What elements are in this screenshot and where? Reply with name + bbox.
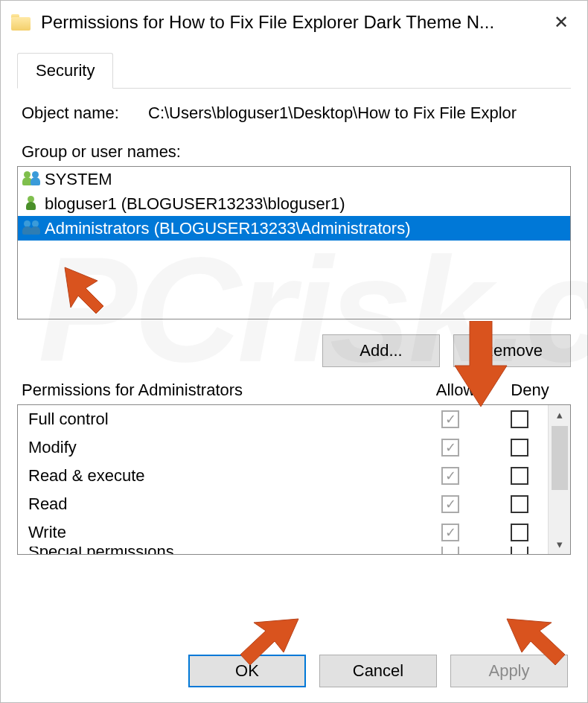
deny-column-label: Deny — [496, 381, 563, 400]
allow-column-label: Allow — [415, 381, 496, 400]
user-icon — [22, 195, 40, 213]
tab-security[interactable]: Security — [17, 53, 113, 89]
dialog-button-row: OK Cancel Apply — [188, 655, 568, 687]
allow-checkbox[interactable]: ✓ — [441, 495, 459, 513]
deny-checkbox[interactable] — [511, 410, 528, 428]
folder-icon — [11, 14, 31, 31]
group-item-administrators[interactable]: Administrators (BLOGUSER13233\Administra… — [18, 216, 570, 241]
deny-checkbox[interactable] — [511, 524, 528, 541]
scroll-down-icon[interactable]: ▾ — [549, 535, 570, 554]
group-item-label: Administrators (BLOGUSER13233\Administra… — [45, 219, 411, 238]
dialog-content: Security Object name: C:\Users\bloguser1… — [1, 44, 587, 568]
group-item-label: bloguser1 (BLOGUSER13233\bloguser1) — [45, 194, 345, 214]
perm-row-special: Special permissions — [28, 547, 548, 554]
apply-button[interactable]: Apply — [450, 655, 568, 687]
perm-label: Full control — [28, 410, 409, 429]
users-group-icon — [22, 171, 40, 188]
permissions-header-label: Permissions for Administrators — [22, 381, 415, 400]
group-item-bloguser1[interactable]: bloguser1 (BLOGUSER13233\bloguser1) — [18, 191, 570, 216]
group-item-label: SYSTEM — [45, 170, 112, 189]
permissions-header: Permissions for Administrators Allow Den… — [17, 381, 571, 404]
deny-checkbox[interactable] — [511, 467, 528, 485]
permissions-list: Full control ✓ Modify ✓ Read & execute ✓… — [17, 404, 571, 555]
allow-checkbox[interactable]: ✓ — [441, 467, 459, 485]
allow-checkbox[interactable] — [441, 547, 459, 554]
perm-label: Special permissions — [28, 547, 409, 554]
perm-label: Modify — [28, 438, 409, 457]
scroll-up-icon[interactable]: ▴ — [549, 405, 570, 424]
perm-row-full-control: Full control ✓ — [28, 405, 548, 433]
ok-button[interactable]: OK — [188, 655, 306, 687]
allow-checkbox[interactable]: ✓ — [441, 524, 459, 541]
remove-button[interactable]: Remove — [453, 334, 571, 367]
perm-label: Read — [28, 494, 409, 514]
cancel-button[interactable]: Cancel — [319, 655, 437, 687]
group-button-row: Add... Remove — [17, 334, 571, 367]
title-bar: Permissions for How to Fix File Explorer… — [1, 1, 587, 44]
group-list[interactable]: SYSTEM bloguser1 (BLOGUSER13233\bloguser… — [17, 166, 571, 319]
scroll-thumb[interactable] — [552, 426, 568, 490]
perm-row-read: Read ✓ — [28, 490, 548, 518]
window-title: Permissions for How to Fix File Explorer… — [41, 12, 543, 33]
permissions-dialog: PCrisk.com Permissions for How to Fix Fi… — [0, 0, 588, 703]
group-item-system[interactable]: SYSTEM — [18, 167, 570, 191]
tab-strip: Security — [17, 53, 571, 89]
object-name-row: Object name: C:\Users\bloguser1\Desktop\… — [17, 104, 571, 123]
perm-row-write: Write ✓ — [28, 518, 548, 547]
object-name-path: C:\Users\bloguser1\Desktop\How to Fix Fi… — [148, 104, 566, 123]
scrollbar[interactable]: ▴ ▾ — [548, 405, 570, 554]
perm-row-read-execute: Read & execute ✓ — [28, 462, 548, 490]
users-group-icon — [22, 220, 40, 238]
perm-label: Write — [28, 523, 409, 542]
allow-checkbox[interactable]: ✓ — [441, 410, 459, 428]
deny-checkbox[interactable] — [511, 495, 528, 513]
perm-row-modify: Modify ✓ — [28, 433, 548, 462]
object-name-label: Object name: — [22, 104, 148, 123]
perm-label: Read & execute — [28, 466, 409, 486]
close-button[interactable]: ✕ — [543, 7, 580, 37]
add-button[interactable]: Add... — [322, 334, 440, 367]
deny-checkbox[interactable] — [511, 439, 528, 457]
allow-checkbox[interactable]: ✓ — [441, 439, 459, 457]
deny-checkbox[interactable] — [511, 547, 528, 554]
group-list-label: Group or user names: — [17, 142, 571, 162]
